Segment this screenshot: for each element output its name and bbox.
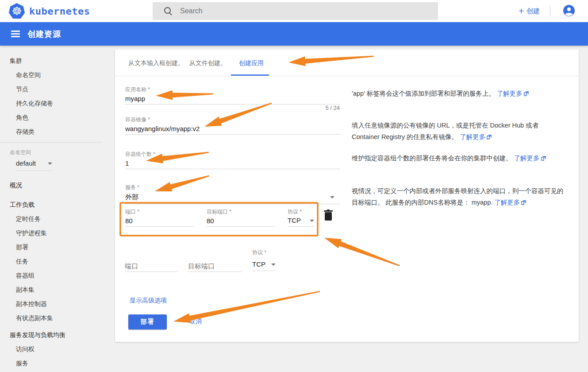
- sidebar-item-storage-classes[interactable]: 存储类: [0, 124, 115, 139]
- sidebar-item-nodes[interactable]: 节点: [0, 82, 115, 96]
- page-title: 创建资源: [27, 29, 61, 39]
- sidebar-item-stateful-sets[interactable]: 有状态副本集: [0, 311, 115, 325]
- sidebar-item-replica-sets[interactable]: 副本集: [0, 283, 115, 297]
- help-service: 视情况，可定义一个内部或者外部服务映射连入的端口，到一个容器可见的目标端口。 此…: [352, 185, 564, 208]
- sidebar-item-replication-controllers[interactable]: 副本控制器: [0, 297, 115, 311]
- help-text: 'app' 标签将会这个值添加到部署和部署的服务上。: [352, 90, 495, 97]
- port-label: 端口 *: [125, 208, 193, 215]
- search-input[interactable]: Search: [153, 2, 438, 20]
- sidebar-item-namespaces[interactable]: 命名空间: [0, 68, 115, 82]
- container-image-label: 容器镜像 *: [125, 116, 340, 123]
- learn-more-link[interactable]: 了解更多: [494, 199, 526, 206]
- help-text: 维护指定容器组个数的部署任务将会在你的集群中创建。: [352, 155, 512, 162]
- help-image: 填入任意镜像源的公有镜像的 URL，或是托管在 Docker Hub 或者 Co…: [352, 120, 564, 143]
- deploy-button[interactable]: 部署: [128, 314, 167, 329]
- header-divider: [550, 5, 550, 16]
- help-text: 视情况，可定义一个内部或者外部服务映射连入的端口，到一个容器可见的目标端口。 此…: [352, 187, 564, 206]
- help-app-name: 'app' 标签将会这个值添加到部署和部署的服务上。 了解更多: [352, 88, 529, 99]
- pod-count-input[interactable]: [125, 158, 340, 169]
- container-image-input[interactable]: [125, 123, 340, 135]
- show-advanced-options-link[interactable]: 显示高级选项: [130, 297, 167, 305]
- cancel-link[interactable]: 取消: [189, 318, 202, 326]
- search-placeholder: Search: [180, 7, 203, 15]
- help-text: 填入任意镜像源的公有镜像的 URL，或是托管在 Docker Hub 或者 Co…: [352, 122, 538, 140]
- protocol-label: 协议 *: [252, 249, 276, 256]
- sidebar-item-services[interactable]: 服务: [0, 356, 115, 370]
- sidebar-item-persistent-volumes[interactable]: 持久化存储卷: [0, 96, 115, 110]
- app-name-field: 应用名称 * 5 / 24: [125, 86, 340, 105]
- learn-more-link[interactable]: 了解更多: [514, 155, 546, 162]
- protocol-select-wrap-2: TCP: [252, 258, 276, 271]
- app-name-input[interactable]: [125, 93, 340, 105]
- target-port-label: 目标端口 *: [207, 208, 275, 215]
- chevron-down-icon: [310, 220, 314, 222]
- service-field: 服务 * 外部: [125, 184, 340, 204]
- create-app-card: 从文本输入框创建。 从文件创建。 创建应用 应用名称 * 5 / 24 容器镜像…: [115, 50, 579, 342]
- brand: ☸ kubernetes: [9, 3, 90, 19]
- namespace-selector[interactable]: default: [16, 158, 52, 171]
- kubernetes-logo-icon: ☸: [9, 3, 25, 19]
- account-icon[interactable]: [563, 4, 575, 17]
- target-port-input-1[interactable]: [207, 215, 275, 227]
- protocol-field-2: 协议 *: [252, 249, 276, 256]
- protocol-label: 协议 *: [288, 208, 314, 215]
- pod-count-label: 容器组个数 *: [125, 151, 340, 158]
- sidebar-item-cron-jobs[interactable]: 定时任务: [0, 212, 115, 226]
- sidebar-item-jobs[interactable]: 任务: [0, 254, 115, 268]
- protocol-select-1[interactable]: TCP: [288, 215, 314, 227]
- chevron-down-icon: [330, 196, 334, 198]
- delete-port-row-icon[interactable]: [323, 209, 334, 222]
- protocol-select-2[interactable]: TCP: [252, 258, 276, 271]
- create-button-label: 创建: [527, 7, 540, 16]
- namespace-selector-label: 命名空间: [0, 143, 115, 156]
- target-port-field-2: [188, 260, 242, 272]
- port-input-1[interactable]: [125, 215, 193, 227]
- tab-bar: 从文本输入框创建。 从文件创建。 创建应用: [115, 50, 579, 76]
- active-tab-indicator: [231, 74, 269, 76]
- port-field-2: [125, 260, 178, 272]
- service-selected-value: 外部: [125, 193, 138, 201]
- tab-create-from-file[interactable]: 从文件创建。: [189, 50, 227, 76]
- port-field-1: 端口 *: [125, 208, 193, 227]
- target-port-input-2[interactable]: [188, 260, 242, 272]
- sidebar-header-cluster[interactable]: 集群: [0, 54, 115, 68]
- tab-create-app[interactable]: 创建应用: [239, 50, 264, 76]
- sidebar-header-discovery[interactable]: 服务发现与负载均衡: [0, 328, 115, 342]
- chevron-down-icon: [48, 163, 52, 165]
- top-header: ☸ kubernetes Search + 创建: [0, 0, 588, 22]
- sidebar-item-ingresses[interactable]: 访问权: [0, 342, 115, 356]
- search-icon: [164, 7, 172, 15]
- protocol-field-1: 协议 * TCP: [288, 208, 314, 227]
- help-pod-count: 维护指定容器组个数的部署任务将会在你的集群中创建。 了解更多: [352, 152, 546, 164]
- menu-icon[interactable]: [11, 31, 20, 37]
- sidebar-item-daemon-sets[interactable]: 守护进程集: [0, 226, 115, 240]
- plus-icon: +: [519, 6, 524, 16]
- container-image-field: 容器镜像 *: [125, 116, 340, 135]
- learn-more-link[interactable]: 了解更多: [497, 90, 529, 97]
- namespace-selected-value: default: [16, 159, 36, 167]
- service-select[interactable]: 外部: [125, 191, 340, 204]
- learn-more-link[interactable]: 了解更多: [460, 133, 492, 140]
- app-toolbar: 创建资源: [0, 22, 588, 46]
- chevron-down-icon: [271, 264, 276, 266]
- create-button[interactable]: + 创建: [519, 6, 540, 16]
- sidebar: 集群 命名空间 节点 持久化存储卷 角色 存储类 命名空间 default 概况…: [0, 46, 115, 372]
- protocol-selected-value: TCP: [288, 217, 301, 224]
- sidebar-item-roles[interactable]: 角色: [0, 110, 115, 124]
- target-port-field-1: 目标端口 *: [207, 208, 275, 227]
- app-name-label: 应用名称 *: [125, 86, 340, 93]
- tab-create-from-text[interactable]: 从文本输入框创建。: [128, 50, 184, 76]
- pod-count-field: 容器组个数 *: [125, 151, 340, 169]
- brand-name: kubernetes: [29, 6, 90, 17]
- sidebar-header-workloads[interactable]: 工作负载: [0, 198, 115, 212]
- protocol-selected-value: TCP: [252, 260, 265, 268]
- sidebar-item-deployments[interactable]: 部署: [0, 240, 115, 254]
- app-name-counter: 5 / 24: [325, 105, 340, 111]
- sidebar-item-overview[interactable]: 概况: [0, 178, 115, 192]
- service-label: 服务 *: [125, 184, 340, 191]
- port-input-2[interactable]: [125, 260, 178, 272]
- sidebar-item-pods[interactable]: 容器组: [0, 268, 115, 283]
